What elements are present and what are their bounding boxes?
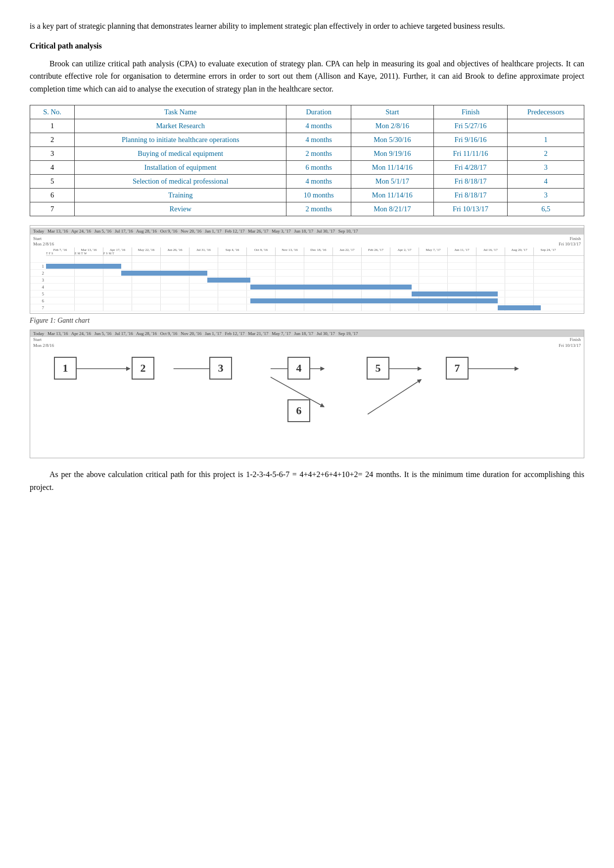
gantt-week-header: Feb 7, '16TFS Mar 13, '16EMTW Apr 17, '1… [46, 247, 584, 256]
network-finish-label: Finish [569, 337, 581, 342]
network-finish-date: Fri 10/13/17 [559, 343, 581, 348]
table-header-cell: Finish [433, 105, 508, 119]
table-cell: 2 months [286, 202, 351, 216]
table-cell: 7 [30, 202, 75, 216]
table-cell: Fri 4/28/17 [433, 161, 508, 175]
gantt-bar-2 [121, 271, 207, 276]
network-start-date: Mon 2/8/16 [33, 343, 54, 348]
gantt-row-6 [46, 297, 584, 304]
table-header-row: S. No.Task NameDurationStartFinishPredec… [30, 105, 584, 119]
table-cell: Fri 9/16/16 [433, 133, 508, 147]
network-node-7: 7 [446, 357, 469, 380]
gantt-bar-1 [46, 264, 121, 269]
gantt-bar-7 [498, 305, 541, 310]
gantt-row-numbers: 1 2 3 4 5 6 7 [30, 256, 46, 311]
network-node-3: 3 [209, 357, 232, 380]
network-canvas: 1 2 3 4 5 6 7 [35, 350, 579, 444]
bottom-text: As per the above calculation critical pa… [30, 468, 584, 493]
gantt-finish-label: Finish [569, 236, 581, 241]
gantt-row-2 [46, 270, 584, 277]
table-cell: Planning to initiate healthcare operatio… [75, 133, 286, 147]
table-header-cell: Predecessors [508, 105, 584, 119]
gantt-row-4 [46, 284, 584, 290]
table-row: 4Installation of equipment6 monthsMon 11… [30, 161, 584, 175]
gantt-bars [46, 256, 584, 311]
table-cell: 3 [508, 161, 584, 175]
network-node-5: 5 [367, 357, 389, 380]
table-row: 2Planning to initiate healthcare operati… [30, 133, 584, 147]
table-header-cell: S. No. [30, 105, 75, 119]
gantt-bar-6 [250, 298, 498, 303]
gantt-row-container: 1 2 3 4 5 6 7 [30, 256, 584, 311]
gantt-finish-date: Fri 10/13/17 [559, 241, 581, 246]
table-cell: 6 [30, 189, 75, 202]
figure-caption: Figure 1: Gantt chart [30, 317, 584, 325]
table-cell [508, 119, 584, 133]
table-cell: Mon 11/14/16 [351, 189, 434, 202]
table-cell: Fri 8/18/17 [433, 189, 508, 202]
gantt-start-date: Mon 2/8/16 [33, 241, 54, 246]
table-cell: Mon 2/8/16 [351, 119, 434, 133]
network-start-label: Start [33, 337, 42, 342]
table-cell: Selection of medical professional [75, 175, 286, 189]
table-header-cell: Start [351, 105, 434, 119]
table-row: 3Buying of medical equipment2 monthsMon … [30, 147, 584, 161]
gantt-today-label: Today Mar 13, '16 Apr 24, '16 Jun 5, '16… [33, 229, 358, 234]
network-start-finish: Start Finish [30, 337, 584, 343]
table-cell: 10 months [286, 189, 351, 202]
network-node-4: 4 [287, 357, 310, 380]
table-row: 6Training10 monthsMon 11/14/16Fri 8/18/1… [30, 189, 584, 202]
table-cell: 6 months [286, 161, 351, 175]
gantt-start-label: Start [33, 236, 42, 241]
table-header-cell: Duration [286, 105, 351, 119]
gantt-bar-4 [250, 285, 412, 289]
gantt-bar-5 [412, 291, 498, 296]
table-cell: Market Research [75, 119, 286, 133]
table-header-cell: Task Name [75, 105, 286, 119]
table-cell: Fri 5/27/16 [433, 119, 508, 133]
table-cell: Mon 5/1/17 [351, 175, 434, 189]
table-cell: Mon 9/19/16 [351, 147, 434, 161]
gantt-top-bar: Today Mar 13, '16 Apr 24, '16 Jun 5, '16… [30, 228, 584, 235]
svg-line-5 [368, 380, 421, 414]
table-cell: Fri 10/13/17 [433, 202, 508, 216]
network-top-bar: Today Mar 13, '16 Apr 24, '16 Jun 5, '16… [30, 330, 584, 337]
table-cell: 4 [508, 175, 584, 189]
gantt-row-7 [46, 304, 584, 311]
table-cell: 3 [30, 147, 75, 161]
gantt-chart: Today Mar 13, '16 Apr 24, '16 Jun 5, '16… [30, 225, 584, 314]
table-cell: 5 [30, 175, 75, 189]
network-node-2: 2 [132, 357, 154, 380]
intro-paragraph1: is a key part of strategic planning that… [30, 20, 584, 33]
table-cell: 2 [30, 133, 75, 147]
table-cell: 4 months [286, 119, 351, 133]
gantt-row-1 [46, 263, 584, 270]
task-table: S. No.Task NameDurationStartFinishPredec… [30, 105, 584, 216]
section-heading: Critical path analysis [30, 42, 584, 50]
table-cell: Training [75, 189, 286, 202]
network-node-6: 6 [287, 399, 310, 422]
table-cell: 2 [508, 147, 584, 161]
network-today-label: Today Mar 13, '16 Apr 24, '16 Jun 5, '16… [33, 331, 358, 336]
gantt-row-3 [46, 277, 584, 284]
table-cell: Mon 11/14/16 [351, 161, 434, 175]
gantt-row-5 [46, 290, 584, 297]
table-cell: Installation of equipment [75, 161, 286, 175]
network-node-1: 1 [54, 357, 77, 380]
table-cell: Mon 8/21/17 [351, 202, 434, 216]
table-cell: 1 [508, 133, 584, 147]
table-row: 5Selection of medical professional4 mont… [30, 175, 584, 189]
table-cell: 4 [30, 161, 75, 175]
body-paragraph2: Brook can utilize critical path analysis… [30, 57, 584, 96]
table-cell: Review [75, 202, 286, 216]
table-cell: 4 months [286, 133, 351, 147]
table-cell: Buying of medical equipment [75, 147, 286, 161]
table-cell: 1 [30, 119, 75, 133]
table-row: 7Review2 monthsMon 8/21/17Fri 10/13/176,… [30, 202, 584, 216]
table-cell: 2 months [286, 147, 351, 161]
table-cell: Fri 11/11/16 [433, 147, 508, 161]
network-diagram: Today Mar 13, '16 Apr 24, '16 Jun 5, '16… [30, 330, 584, 458]
table-cell: 6,5 [508, 202, 584, 216]
table-cell: 4 months [286, 175, 351, 189]
table-cell: 3 [508, 189, 584, 202]
